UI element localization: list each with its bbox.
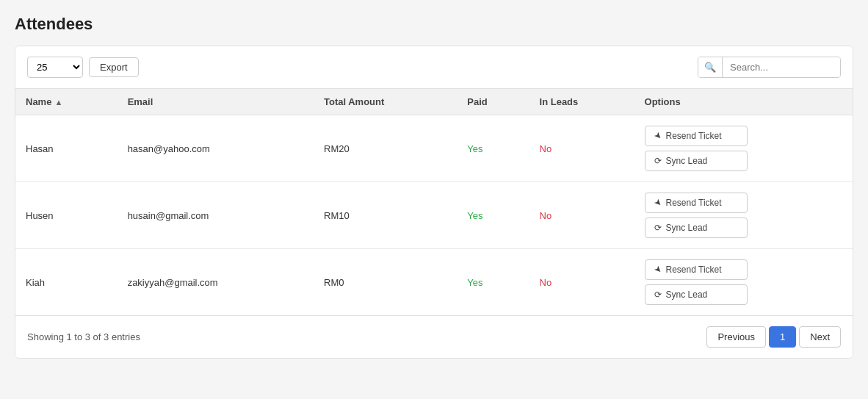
toolbar: 10 25 50 100 Export 🔍 (15, 46, 853, 89)
cell-name-0: Hasan (15, 115, 117, 182)
per-page-select[interactable]: 10 25 50 100 (27, 57, 83, 78)
sync-lead-button-2[interactable]: ⟳ Sync Lead (645, 284, 748, 305)
send-icon: ➤ (651, 264, 664, 276)
showing-text: Showing 1 to 3 of 3 entries (27, 331, 140, 342)
cell-email-0: hasan@yahoo.com (117, 115, 314, 182)
pagination: Previous 1 Next (706, 326, 841, 348)
search-input[interactable] (723, 57, 840, 77)
sync-lead-button-0[interactable]: ⟳ Sync Lead (645, 151, 748, 171)
col-header-paid: Paid (457, 89, 529, 115)
resend-ticket-button-0[interactable]: ➤ Resend Ticket (645, 126, 748, 146)
sync-icon: ⟳ (654, 290, 662, 300)
cell-in-leads-0: No (529, 115, 634, 182)
resend-ticket-button-2[interactable]: ➤ Resend Ticket (645, 259, 748, 280)
cell-amount-0: RM20 (314, 115, 457, 182)
col-header-name[interactable]: Name ▲ (15, 89, 117, 115)
cell-amount-2: RM0 (314, 249, 457, 316)
col-header-total-amount: Total Amount (314, 89, 457, 115)
send-icon: ➤ (651, 197, 664, 209)
next-button[interactable]: Next (799, 326, 841, 348)
cell-options-2: ➤ Resend Ticket ⟳ Sync Lead (634, 249, 853, 316)
table-row: Husen husain@gmail.com RM10 Yes No ➤ Res… (15, 182, 853, 249)
page-title: Attendees (15, 15, 853, 34)
cell-paid-2: Yes (457, 249, 529, 316)
cell-name-2: Kiah (15, 249, 117, 316)
cell-options-0: ➤ Resend Ticket ⟳ Sync Lead (634, 115, 853, 182)
cell-amount-1: RM10 (314, 182, 457, 249)
cell-email-1: husain@gmail.com (117, 182, 314, 249)
search-icon: 🔍 (704, 62, 716, 73)
cell-paid-0: Yes (457, 115, 529, 182)
sort-asc-icon: ▲ (54, 98, 62, 107)
sync-lead-button-1[interactable]: ⟳ Sync Lead (645, 218, 748, 238)
cell-options-1: ➤ Resend Ticket ⟳ Sync Lead (634, 182, 853, 249)
cell-in-leads-2: No (529, 249, 634, 316)
table-header-row: Name ▲ Email Total Amount Paid In Leads … (15, 89, 853, 115)
page-1-button[interactable]: 1 (769, 326, 796, 348)
sync-icon: ⟳ (654, 223, 662, 233)
table-row: Kiah zakiyyah@gmail.com RM0 Yes No ➤ Res… (15, 249, 853, 316)
export-button[interactable]: Export (89, 57, 139, 77)
table-row: Hasan hasan@yahoo.com RM20 Yes No ➤ Rese… (15, 115, 853, 182)
search-icon-wrap: 🔍 (698, 57, 723, 77)
cell-email-2: zakiyyah@gmail.com (117, 249, 314, 316)
previous-button[interactable]: Previous (706, 326, 766, 348)
col-header-in-leads: In Leads (529, 89, 634, 115)
send-icon: ➤ (651, 130, 664, 143)
attendees-table: Name ▲ Email Total Amount Paid In Leads … (15, 89, 853, 315)
cell-in-leads-1: No (529, 182, 634, 249)
search-box: 🔍 (698, 57, 841, 78)
col-header-email: Email (117, 89, 314, 115)
cell-paid-1: Yes (457, 182, 529, 249)
table-footer: Showing 1 to 3 of 3 entries Previous 1 N… (15, 315, 853, 358)
sync-icon: ⟳ (654, 156, 662, 166)
col-header-options: Options (634, 89, 853, 115)
toolbar-left: 10 25 50 100 Export (27, 57, 139, 78)
cell-name-1: Husen (15, 182, 117, 249)
resend-ticket-button-1[interactable]: ➤ Resend Ticket (645, 193, 748, 213)
attendees-card: 10 25 50 100 Export 🔍 Name ▲ (15, 46, 853, 359)
